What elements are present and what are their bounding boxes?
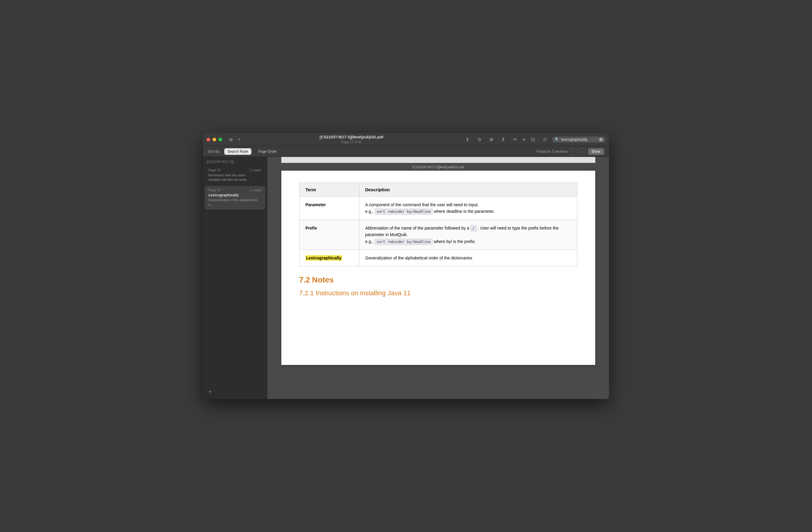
search-icon: 🔍 — [555, 137, 560, 142]
close-button[interactable] — [207, 138, 210, 142]
page-label-bar: [CS2103T-W17-3][ModQuik]UG.pdf — [267, 163, 609, 171]
minimize-button[interactable] — [213, 138, 216, 142]
desc-prefix: Abbreviation of the name of the paramete… — [359, 220, 577, 250]
search-input[interactable] — [561, 137, 597, 142]
chevron-down-icon: ▾ — [238, 138, 240, 141]
zoom-out-button[interactable]: ⊖ — [475, 135, 483, 144]
page-label: [CS2103T-W17-3][ModQuik]UG.pdf — [412, 163, 464, 171]
term-lexicographically: Lexicographically — [299, 250, 359, 266]
window-button[interactable]: ⊡ — [528, 135, 537, 144]
zoom-in-button[interactable]: ⊕ — [487, 135, 495, 144]
maximize-button[interactable] — [219, 138, 222, 142]
search-toolbar-right: Found in 2 sections ‹ › Done — [537, 148, 604, 155]
table-row-parameter: Parameter A component of the command tha… — [299, 197, 577, 220]
section-title-72: 7.2 Notes — [299, 275, 577, 284]
sort-by-label: Sort By: — [208, 149, 221, 153]
add-button[interactable]: + — [206, 388, 214, 396]
titlebar-center: [CS2103T-W17-3][ModQuik]UG.pdf Page 27 o… — [242, 135, 461, 144]
share-button[interactable] — [499, 135, 507, 144]
desc-parameter: A component of the command that the user… — [359, 197, 577, 220]
sidebar-match-count-1: 1 match — [250, 168, 262, 172]
app-window: ⊞ ▾ [CS2103T-W17-3][ModQuik]UG.pdf Page … — [203, 133, 609, 399]
found-text: Found in 2 sections — [537, 149, 568, 153]
traffic-lights — [207, 138, 222, 142]
table-header-term: Term — [299, 183, 359, 197]
term-parameter: Parameter — [299, 197, 359, 220]
sidebar-item-header-2: Page 27 1 match — [208, 188, 262, 192]
next-result-button[interactable]: › — [579, 148, 586, 155]
search-bar: 🔍 ✕ — [552, 137, 605, 143]
glossary-table: Term Description Parameter A component o… — [299, 182, 577, 266]
sort-page-order-button[interactable]: Page Order — [255, 148, 280, 155]
main-area: [CS2103T-W17-3][... Page 23 1 match Remi… — [203, 157, 609, 399]
sort-search-rank-button[interactable]: Search Rank — [224, 148, 251, 155]
titlebar: ⊞ ▾ [CS2103T-W17-3][ModQuik]UG.pdf Page … — [203, 133, 609, 146]
term-prefix: Prefix — [299, 220, 359, 250]
document-subtitle: Page 27 of 32 — [341, 140, 362, 144]
code-sort-deadline-1: sort reminder by/deadline — [375, 209, 433, 215]
table-row-lexicographically: Lexicographically Generalization of the … — [299, 250, 577, 266]
highlight-lexicographically: Lexicographically — [306, 255, 342, 261]
sidebar-page-23: Page 23 — [208, 168, 221, 172]
sidebar-filename: [CS2103T-W17-3][... — [203, 157, 267, 165]
sidebar-item-header-1: Page 23 1 match — [208, 168, 262, 172]
sidebar-match-count-2: 1 match — [250, 188, 262, 192]
table-header-description: Description — [359, 183, 577, 197]
pdf-page: Term Description Parameter A component o… — [281, 171, 595, 365]
sidebar: [CS2103T-W17-3][... Page 23 1 match Remi… — [203, 157, 267, 399]
sidebar-item-preview-2: Generalization of the alphabetical o... — [208, 198, 262, 207]
page-top-bar — [281, 157, 595, 163]
sidebar-item-page27[interactable]: Page 27 1 match Lexicographically Genera… — [205, 186, 265, 209]
navigation-button[interactable]: ⊙ — [540, 135, 549, 144]
sidebar-item-page23[interactable]: Page 23 1 match Reminders with the same … — [205, 166, 265, 185]
annotate-chevron-icon: ▾ — [523, 137, 525, 142]
done-button[interactable]: Done — [588, 148, 604, 155]
sidebar-toggle-button[interactable]: ⊞ — [227, 135, 235, 144]
info-button[interactable]: ℹ — [463, 135, 472, 144]
table-row-prefix: Prefix Abbreviation of the name of the p… — [299, 220, 577, 250]
prev-result-button[interactable]: ‹ — [570, 148, 577, 155]
sidebar-item-preview-1: Reminders with the same … deadline will … — [208, 173, 262, 182]
search-clear-button[interactable]: ✕ — [599, 137, 603, 142]
sidebar-page-27: Page 27 — [208, 188, 221, 192]
annotate-button[interactable]: ✏ — [511, 135, 519, 144]
code-sort-deadline-2: sort reminder by/deadline — [375, 239, 433, 245]
document-title: [CS2103T-W17-3][ModQuik]UG.pdf — [320, 135, 383, 140]
sidebar-item-title-2: Lexicographically — [208, 193, 262, 197]
sidebar-bottom: + — [203, 385, 267, 399]
pdf-viewer[interactable]: [CS2103T-W17-3][ModQuik]UG.pdf Term Desc… — [267, 157, 609, 399]
search-toolbar: Sort By: Search Rank Page Order Found in… — [203, 146, 609, 157]
section-subtitle-721: 7.2.1 Instructions on installing Java 11 — [299, 289, 577, 297]
titlebar-tools: ℹ ⊖ ⊕ ✏ ▾ ⊡ ⊙ 🔍 ✕ — [463, 135, 605, 144]
desc-lexicographically: Generalization of the alphabetical order… — [359, 250, 577, 266]
code-slash: / — [470, 225, 477, 231]
